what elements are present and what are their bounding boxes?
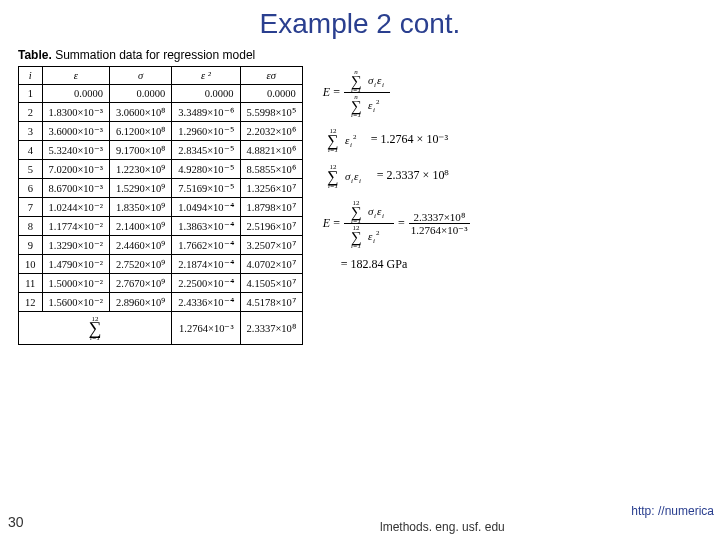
- svg-text:i=1: i=1: [328, 146, 338, 153]
- slide-title: Example 2 cont.: [0, 8, 720, 40]
- header-eps2: ε ²: [172, 67, 240, 85]
- table-cell: 3.6000×10⁻³: [42, 122, 109, 141]
- table-cell: 1.3290×10⁻²: [42, 236, 109, 255]
- svg-text:i: i: [373, 106, 375, 114]
- eq5-text: = 182.84 GPa: [341, 258, 407, 271]
- frac-top: 2.3337×10⁸: [411, 211, 466, 223]
- table-row: 21.8300×10⁻³3.0600×10⁸3.3489×10⁻⁶5.5998×…: [19, 103, 303, 122]
- table-row: 57.0200×10⁻³1.2230×10⁹4.9280×10⁻⁵8.5855×…: [19, 160, 303, 179]
- footer-url: lmethods. eng. usf. edu: [380, 520, 720, 534]
- table-cell: 2.7670×10⁹: [109, 274, 171, 293]
- table-cell: 1.5290×10⁹: [109, 179, 171, 198]
- table-cell: 1.8300×10⁻³: [42, 103, 109, 122]
- table-cell: 1.0244×10⁻²: [42, 198, 109, 217]
- sum-eps2: 1.2764×10⁻³: [172, 312, 240, 345]
- equation-E-numeric: E = 12 ∑ i=1 σ i ε i 12: [323, 199, 470, 248]
- eq4-lhs: E =: [323, 217, 340, 230]
- table-cell: 0.0000: [172, 85, 240, 103]
- table-cell: 7: [19, 198, 43, 217]
- table-cell: 0.0000: [240, 85, 302, 103]
- header-eps: ε: [42, 67, 109, 85]
- eq2-value: = 1.2764 × 10⁻³: [371, 133, 448, 146]
- table-cell: 1.8798×10⁷: [240, 198, 302, 217]
- equation-sum-sigeps: 12 ∑ i=1 σ i ε i = 2.3337 × 10⁸: [323, 163, 470, 189]
- table-cell: 5.3240×10⁻³: [42, 141, 109, 160]
- header-i: i: [19, 67, 43, 85]
- table-cell: 2.1874×10⁻⁴: [172, 255, 240, 274]
- eq4-equals: =: [398, 217, 405, 230]
- table-cell: 2.2500×10⁻⁴: [172, 274, 240, 293]
- table-cell: 2.2032×10⁶: [240, 122, 302, 141]
- table-cell: 4.8821×10⁶: [240, 141, 302, 160]
- table-cell: 1.3863×10⁻⁴: [172, 217, 240, 236]
- table-cell: 2.4460×10⁹: [109, 236, 171, 255]
- sum-prod: 2.3337×10⁸: [240, 312, 302, 345]
- table-caption: Table. Summation data for regression mod…: [18, 48, 720, 62]
- table-cell: 4: [19, 141, 43, 160]
- equation-E-result: = 182.84 GPa: [323, 258, 470, 271]
- table-cell: 1.3256×10⁷: [240, 179, 302, 198]
- equations-block: E = n ∑ i=1 σ i ε i n: [323, 68, 470, 271]
- table-cell: 3.3489×10⁻⁶: [172, 103, 240, 122]
- content-row: i ε σ ε ² εσ 10.00000.00000.00000.000021…: [0, 66, 720, 345]
- table-cell: 3.0600×10⁸: [109, 103, 171, 122]
- table-cell: 2.8345×10⁻⁵: [172, 141, 240, 160]
- table-cell: 2.8960×10⁹: [109, 293, 171, 312]
- table-cell: 9: [19, 236, 43, 255]
- table-cell: 3: [19, 122, 43, 141]
- table-cell: 4.9280×10⁻⁵: [172, 160, 240, 179]
- sigma-icon: 12 ∑ i=1 σ i ε i: [323, 163, 373, 189]
- footer-link: http: //numerica: [631, 504, 714, 518]
- table-cell: 0.0000: [109, 85, 171, 103]
- sigma-icon: 12 ∑ i=1 σ i ε i: [346, 199, 392, 223]
- header-epssig: εσ: [240, 67, 302, 85]
- sigma-icon: n ∑ i=1 ε i 2: [346, 93, 388, 117]
- table-row: 71.0244×10⁻²1.8350×10⁹1.0494×10⁻⁴1.8798×…: [19, 198, 303, 217]
- table-cell: 5: [19, 160, 43, 179]
- table-cell: 1: [19, 85, 43, 103]
- table-cell: 8.6700×10⁻³: [42, 179, 109, 198]
- table-cell: 1.2960×10⁻⁵: [172, 122, 240, 141]
- caption-bold: Table.: [18, 48, 52, 62]
- table-cell: 4.0702×10⁷: [240, 255, 302, 274]
- table-cell: 2.4336×10⁻⁴: [172, 293, 240, 312]
- svg-text:i=1: i=1: [351, 111, 361, 117]
- table-cell: 10: [19, 255, 43, 274]
- sigma-icon: 12 ∑ i=1 ε i 2: [346, 224, 392, 248]
- svg-text:i: i: [350, 141, 352, 149]
- fraction: n ∑ i=1 σ i ε i n ∑ i=1 ε: [344, 68, 390, 117]
- table-cell: 7.0200×10⁻³: [42, 160, 109, 179]
- table-row: 81.1774×10⁻²2.1400×10⁹1.3863×10⁻⁴2.5196×…: [19, 217, 303, 236]
- table-cell: 8.5855×10⁶: [240, 160, 302, 179]
- table-cell: 1.7662×10⁻⁴: [172, 236, 240, 255]
- table-row: 45.3240×10⁻³9.1700×10⁸2.8345×10⁻⁵4.8821×…: [19, 141, 303, 160]
- table-cell: 2.7520×10⁹: [109, 255, 171, 274]
- table-row: 111.5000×10⁻²2.7670×10⁹2.2500×10⁻⁴4.1505…: [19, 274, 303, 293]
- table-cell: 3.2507×10⁷: [240, 236, 302, 255]
- header-sigma: σ: [109, 67, 171, 85]
- eq-lhs: E =: [323, 86, 340, 99]
- svg-text:i=1: i=1: [90, 334, 100, 341]
- table-cell: 1.2230×10⁹: [109, 160, 171, 179]
- table-cell: 1.4790×10⁻²: [42, 255, 109, 274]
- equation-E-definition: E = n ∑ i=1 σ i ε i n: [323, 68, 470, 117]
- table-sum-row: 12 ∑ i=1 1.2764×10⁻³ 2.3337×10⁸: [19, 312, 303, 345]
- svg-text:2: 2: [376, 229, 380, 237]
- table-cell: 2: [19, 103, 43, 122]
- table-header-row: i ε σ ε ² εσ: [19, 67, 303, 85]
- table-cell: 1.5000×10⁻²: [42, 274, 109, 293]
- svg-text:2: 2: [353, 133, 357, 141]
- table-row: 121.5600×10⁻²2.8960×10⁹2.4336×10⁻⁴4.5178…: [19, 293, 303, 312]
- equation-sum-eps2: 12 ∑ i=1 ε i 2 = 1.2764 × 10⁻³: [323, 127, 470, 153]
- table-cell: 1.5600×10⁻²: [42, 293, 109, 312]
- table-cell: 5.5998×10⁵: [240, 103, 302, 122]
- table-cell: 4.1505×10⁷: [240, 274, 302, 293]
- slide-number: 30: [8, 514, 24, 530]
- table-cell: 12: [19, 293, 43, 312]
- table-cell: 2.1400×10⁹: [109, 217, 171, 236]
- svg-text:i: i: [382, 81, 384, 89]
- table-container: i ε σ ε ² εσ 10.00000.00000.00000.000021…: [18, 66, 303, 345]
- svg-text:i: i: [382, 212, 384, 220]
- table-cell: 2.5196×10⁷: [240, 217, 302, 236]
- frac-bot: 1.2764×10⁻³: [409, 224, 470, 236]
